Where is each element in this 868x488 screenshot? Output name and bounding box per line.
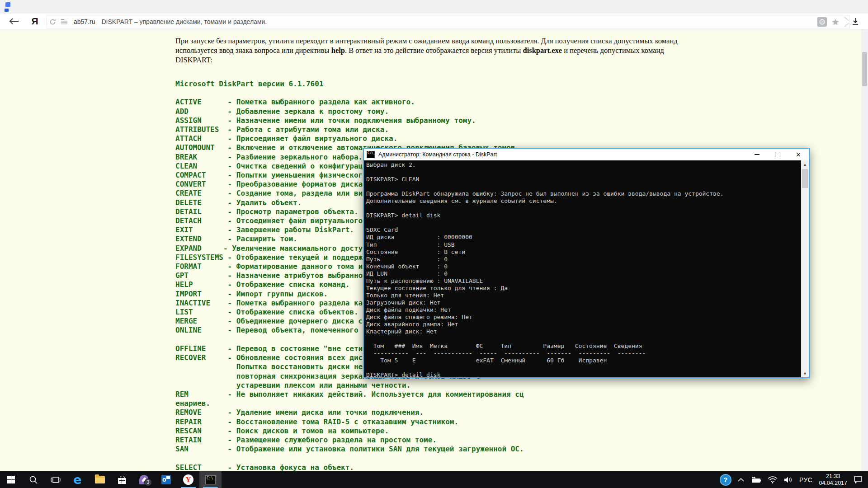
outlook-icon: o bbox=[161, 475, 171, 484]
wifi-icon bbox=[768, 476, 778, 483]
browser-toolbar: Я ab57.ru DISKPART – управление дисками,… bbox=[0, 14, 868, 29]
taskbar-outlook-button[interactable]: o bbox=[155, 471, 177, 488]
console-output: Выбран диск 2. DISKPART> CLEAN Программа… bbox=[366, 161, 724, 377]
intro-paragraph: При запуске без параметров, утилита пере… bbox=[175, 36, 691, 65]
wifi-tray-icon[interactable] bbox=[768, 476, 778, 483]
minimize-button[interactable] bbox=[746, 149, 767, 160]
address-page-title: DISKPART – управление дисками, томами и … bbox=[101, 18, 267, 25]
search-icon bbox=[29, 475, 38, 484]
taskbar-file-explorer-button[interactable] bbox=[89, 471, 111, 488]
taskbar-yandex-browser-button[interactable]: Y bbox=[177, 471, 199, 488]
pinned-tab-favicon-fragment[interactable] bbox=[5, 2, 11, 12]
minimize-icon bbox=[755, 154, 760, 155]
chevron-up-icon bbox=[738, 478, 744, 482]
clock-date: 04.04.2017 bbox=[819, 480, 847, 487]
console-window: C:\_ Администратор: Командная строка - D… bbox=[363, 148, 810, 378]
screen: Я ab57.ru DISKPART – управление дисками,… bbox=[0, 0, 868, 488]
favicon-shape bbox=[5, 2, 10, 7]
page-scrollbar-thumb[interactable] bbox=[862, 52, 867, 86]
reader-mode-button[interactable] bbox=[58, 15, 70, 28]
action-center-button[interactable] bbox=[854, 476, 863, 484]
console-scrollbar-thumb[interactable] bbox=[802, 169, 808, 188]
console-title: Администратор: Командная строка - DiskPa… bbox=[378, 151, 746, 158]
edge-icon: e bbox=[73, 474, 81, 486]
address-bar[interactable]: ab57.ru DISKPART – управление дисками, т… bbox=[46, 15, 850, 28]
system-tray: ? bbox=[720, 471, 868, 488]
bookmark-star-icon[interactable] bbox=[831, 18, 840, 26]
favicon-shape bbox=[5, 9, 9, 12]
battery-tray-icon[interactable] bbox=[750, 476, 761, 483]
downloads-button[interactable] bbox=[847, 14, 863, 29]
file-explorer-icon bbox=[95, 476, 105, 483]
task-view-button[interactable] bbox=[44, 471, 66, 488]
taskbar-viber-button[interactable]: 3 bbox=[133, 471, 155, 488]
browser-tab-strip bbox=[0, 0, 868, 14]
console-scrollbar[interactable]: ▲ ▼ bbox=[801, 160, 809, 377]
start-button[interactable] bbox=[0, 471, 22, 488]
task-view-icon bbox=[50, 476, 61, 484]
taskbar-search-button[interactable] bbox=[22, 471, 44, 488]
taskbar-store-button[interactable] bbox=[111, 471, 133, 488]
battery-charging-icon bbox=[750, 476, 761, 483]
maximize-button[interactable] bbox=[767, 149, 788, 160]
page-scrollbar[interactable] bbox=[861, 29, 868, 471]
back-icon bbox=[9, 18, 19, 24]
hidden-icons-button[interactable] bbox=[738, 478, 744, 482]
viber-icon: 3 bbox=[139, 475, 149, 484]
yandex-home-button[interactable]: Я bbox=[28, 14, 42, 29]
volume-tray-icon[interactable] bbox=[784, 476, 793, 483]
console-output-area: Выбран диск 2. DISKPART> CLEAN Программа… bbox=[364, 160, 809, 377]
yandex-browser-icon: Y bbox=[183, 474, 193, 485]
store-icon bbox=[118, 476, 126, 484]
taskbar-edge-button[interactable]: e bbox=[66, 471, 89, 488]
cmd-icon: C:\_ bbox=[367, 151, 375, 158]
help-tray-icon[interactable]: ? bbox=[720, 474, 731, 486]
console-title-bar[interactable]: C:\_ Администратор: Командная строка - D… bbox=[364, 149, 809, 160]
scroll-up-icon[interactable]: ▲ bbox=[801, 160, 809, 168]
reader-mode-icon bbox=[61, 19, 68, 25]
taskbar-clock[interactable]: 21:33 04.04.2017 bbox=[819, 473, 847, 487]
close-icon: ✕ bbox=[796, 151, 801, 158]
language-indicator[interactable]: РУС bbox=[799, 476, 813, 483]
site-security-badge[interactable] bbox=[817, 17, 827, 27]
viber-badge: 3 bbox=[144, 479, 152, 486]
back-button[interactable] bbox=[6, 14, 22, 29]
windows-logo-icon bbox=[7, 476, 15, 484]
download-icon bbox=[852, 18, 859, 25]
volume-icon bbox=[784, 476, 793, 483]
refresh-button[interactable] bbox=[47, 15, 58, 28]
clock-time: 21:33 bbox=[819, 473, 847, 480]
maximize-icon bbox=[775, 152, 780, 157]
refresh-icon bbox=[49, 19, 56, 25]
taskbar-command-prompt-button[interactable]: C:\_ bbox=[199, 471, 222, 488]
action-center-icon bbox=[854, 476, 863, 484]
command-prompt-icon: C:\_ bbox=[205, 475, 216, 484]
close-button[interactable]: ✕ bbox=[788, 149, 809, 160]
address-domain: ab57.ru bbox=[74, 18, 95, 25]
scroll-down-icon[interactable]: ▼ bbox=[801, 370, 809, 377]
globe-icon bbox=[819, 19, 825, 25]
taskbar: e 3 o Y C:\ bbox=[0, 471, 868, 488]
